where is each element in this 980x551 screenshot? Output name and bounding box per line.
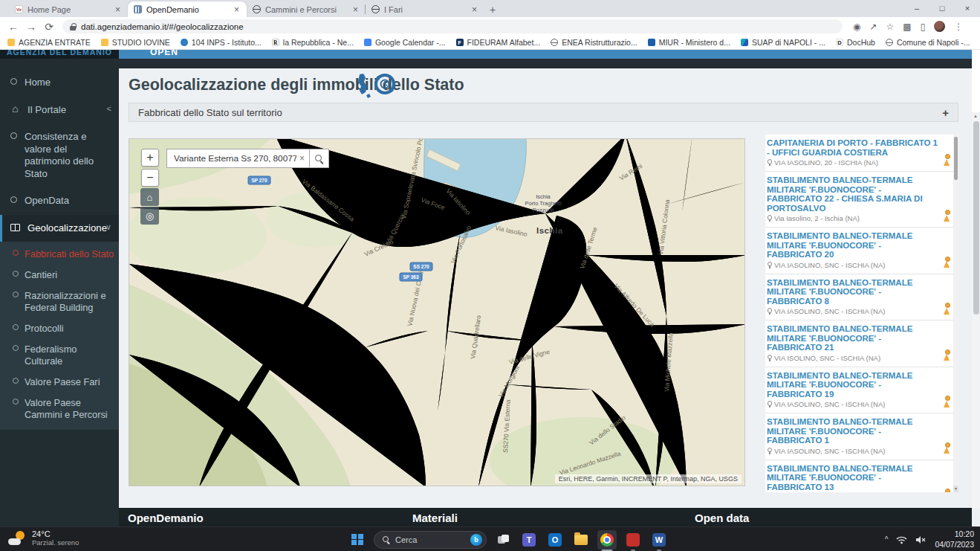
sidebar-item-protocolli[interactable]: Protocolli [0, 318, 119, 339]
tab-close-icon[interactable]: × [351, 4, 360, 15]
person-marker-icon[interactable] [943, 303, 951, 315]
sidebar-item-cantieri[interactable]: Cantieri [0, 265, 119, 286]
window-close-button[interactable]: × [955, 0, 980, 16]
sidebar-item-geolocalizzazione[interactable]: Geolocalizzazione ∨ [0, 215, 119, 242]
person-marker-icon[interactable] [943, 257, 951, 269]
list-item[interactable]: STABILIMENTO BALNEO-TERMALE MILITARE 'F.… [765, 172, 958, 228]
forward-button[interactable]: → [24, 21, 39, 33]
person-marker-icon[interactable] [943, 210, 951, 222]
scroll-up-icon[interactable]: ▲ [973, 114, 978, 118]
list-scrollbar[interactable]: ▼ [953, 135, 958, 492]
page-scrollbar-thumb[interactable] [973, 121, 979, 315]
outlook-button[interactable]: O [545, 530, 565, 550]
taskbar-search[interactable]: Cerca b [374, 531, 487, 549]
tab-opendemanio[interactable]: OpenDemanio × [128, 1, 247, 17]
sidebar-item-razionalizzazioni[interactable]: Razionalizzazioni e Federal Building [0, 286, 119, 318]
zoom-out-button[interactable]: − [141, 169, 159, 187]
bookmark-item[interactable]: Comune di Napoli -... [886, 38, 970, 47]
map-canvas[interactable]: Via Baldassarre Cossa Via Sopraelevata S… [129, 139, 745, 486]
side-panel-icon[interactable]: ▯ [921, 22, 926, 32]
sidebar-item-fabbricati-dello-stato[interactable]: Fabbricati dello Stato [0, 244, 119, 265]
new-tab-button[interactable]: + [484, 1, 501, 17]
map-search-field[interactable]: × [166, 149, 309, 168]
map-search-button[interactable] [309, 149, 329, 168]
bookmark-item[interactable]: FFIDEURAM Alfabet... [456, 38, 541, 47]
tab-close-icon[interactable]: × [470, 4, 478, 15]
share-icon[interactable]: ↗ [869, 22, 877, 32]
bookmark-item[interactable]: AGENZIA ENTRATE [7, 38, 91, 47]
site-footer: OpenDemanio Materiali Open data [119, 508, 972, 526]
person-marker-icon[interactable] [943, 442, 951, 455]
word-button[interactable]: W [649, 530, 669, 550]
bookmark-item[interactable]: 104 INPS - Istituto... [181, 38, 262, 47]
tab-i-fari[interactable]: I Fari × [366, 1, 484, 17]
bookmark-item[interactable]: MIUR - Ministero d... [648, 38, 730, 47]
tab-cammini-e-percorsi[interactable]: Cammini e Percorsi × [247, 1, 366, 17]
scroll-down-icon[interactable]: ▼ [953, 486, 958, 492]
tab-close-icon[interactable]: × [114, 4, 122, 15]
person-marker-icon[interactable] [943, 349, 951, 362]
list-item[interactable]: STABILIMENTO BALNEO-TERMALE MILITARE 'F.… [765, 274, 958, 321]
bookmark-item[interactable]: Google Calendar -... [364, 38, 446, 47]
map-home-button[interactable]: ⌂ [140, 188, 159, 206]
bookmark-item[interactable]: ENEA Ristrutturazio... [551, 38, 637, 47]
sidebar-item-federalismo-culturale[interactable]: Federalismo Culturale [0, 339, 119, 372]
chrome-button[interactable] [597, 530, 617, 550]
zoom-in-button[interactable]: + [141, 149, 159, 167]
sidebar-item-consistenza[interactable]: Consistenza e valore del patrimonio dell… [0, 123, 119, 187]
list-item[interactable]: STABILIMENTO BALNEO-TERMALE MILITARE 'F.… [765, 460, 958, 493]
map-locate-button[interactable]: ◎ [140, 207, 159, 225]
start-button[interactable] [348, 530, 367, 550]
sidebar-submenu: Fabbricati dello Stato Cantieri Razional… [0, 242, 119, 430]
weather-temp: 24°C [32, 529, 79, 539]
taskbar-clock[interactable]: 10:20 04/07/2023 [935, 529, 974, 549]
bookmark-item[interactable]: STUDIO IOVINE [101, 38, 170, 47]
back-button[interactable]: ← [6, 21, 21, 33]
list-item[interactable]: STABILIMENTO BALNEO-TERMALE MILITARE 'F.… [765, 320, 958, 367]
volume-muted-icon[interactable] [915, 535, 927, 544]
panel-header[interactable]: Fabbricati dello Stato sul territorio + [129, 103, 958, 122]
teams-button[interactable]: T [519, 530, 539, 550]
menu-kebab-icon[interactable]: ⋮ [954, 22, 963, 32]
expand-plus-icon[interactable]: + [942, 106, 949, 119]
globe-icon [371, 5, 380, 13]
list-item[interactable]: CAPITANERIA DI PORTO - FABBRICATO 1 - UF… [765, 135, 958, 172]
list-scrollbar-thumb[interactable] [954, 137, 958, 180]
person-marker-icon[interactable] [943, 489, 951, 492]
map[interactable]: Via Baldassarre Cossa Via Sopraelevata S… [129, 138, 745, 486]
tab-close-icon[interactable]: × [233, 4, 241, 15]
map-search-input[interactable] [174, 153, 296, 164]
bookmark-item[interactable]: DDocHub [836, 38, 875, 47]
profile-avatar[interactable] [934, 21, 945, 32]
sidebar-item-home[interactable]: Home [0, 69, 119, 97]
reload-button[interactable]: ⟳ [42, 21, 56, 33]
person-marker-icon[interactable] [943, 154, 951, 167]
file-explorer-button[interactable] [571, 530, 591, 550]
sidebar-item-il-portale[interactable]: ⌂ Il Portale < [0, 97, 119, 124]
tab-home-page[interactable]: Vir Home Page × [9, 1, 128, 17]
page-scrollbar[interactable]: ▲ [972, 50, 980, 508]
bookmark-star-icon[interactable]: ☆ [886, 22, 895, 32]
red-app-button[interactable] [623, 530, 643, 550]
wifi-icon[interactable] [896, 535, 907, 544]
location-icon[interactable]: ◉ [853, 22, 860, 32]
clear-icon[interactable]: × [296, 153, 305, 164]
extensions-icon[interactable]: ▩ [903, 22, 911, 32]
window-maximize-button[interactable]: □ [929, 0, 955, 16]
task-view-button[interactable] [493, 530, 513, 550]
person-marker-icon[interactable] [943, 396, 951, 408]
address-bar[interactable]: dati.agenziademanio.it/#/geolocalizzazio… [62, 19, 843, 33]
bookmark-item[interactable]: SUAP di NAPOLI - ... [741, 38, 825, 47]
list-item[interactable]: STABILIMENTO BALNEO-TERMALE MILITARE 'F.… [765, 228, 958, 274]
results-list[interactable]: CAPITANERIA DI PORTO - FABBRICATO 1 - UF… [765, 135, 958, 492]
window-minimize-button[interactable]: – [904, 0, 929, 16]
list-item[interactable]: STABILIMENTO BALNEO-TERMALE MILITARE 'F.… [765, 367, 958, 414]
sidebar-item-opendata[interactable]: OpenData [0, 187, 119, 215]
sidebar-item-valore-paese-cammini[interactable]: Valore Paese Cammini e Percorsi [0, 393, 119, 425]
tray-expand-icon[interactable]: ^ [885, 535, 889, 544]
weather-widget[interactable]: 24°C Parzial. sereno [7, 529, 79, 547]
list-item[interactable]: STABILIMENTO BALNEO-TERMALE MILITARE 'F.… [765, 413, 958, 460]
sidebar-item-valore-paese-fari[interactable]: Valore Paese Fari [0, 372, 119, 393]
url-text[interactable]: dati.agenziademanio.it/#/geolocalizzazio… [81, 22, 244, 31]
bookmark-item[interactable]: Rla Repubblica - Ne... [272, 38, 354, 47]
